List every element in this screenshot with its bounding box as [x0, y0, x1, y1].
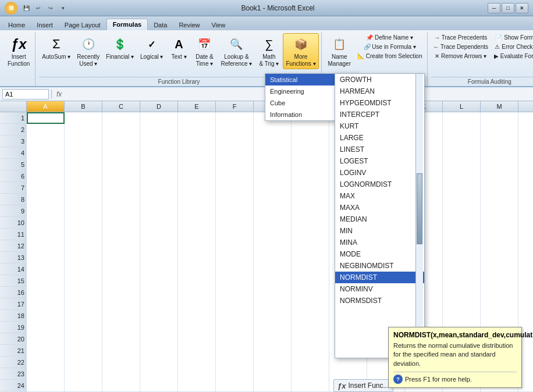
tab-review[interactable]: Review: [173, 20, 205, 30]
cell-M12[interactable]: [481, 240, 518, 252]
cell-D5[interactable]: [140, 159, 178, 170]
cell-H12[interactable]: [292, 240, 329, 252]
cell-C6[interactable]: [102, 170, 140, 182]
cell-A24[interactable]: [27, 380, 65, 391]
cell-A4[interactable]: [27, 147, 65, 159]
cell-G20[interactable]: [254, 333, 292, 345]
cell-D6[interactable]: [140, 170, 178, 182]
cell-H11[interactable]: [292, 229, 329, 240]
cell-G24[interactable]: [254, 380, 292, 391]
lookup-ref-button[interactable]: 🔍 Lookup &Reference ▾: [218, 33, 255, 69]
cell-A19[interactable]: [27, 322, 65, 333]
cell-G18[interactable]: [254, 310, 292, 322]
stat-item-mode[interactable]: MODE: [335, 248, 424, 260]
cell-C20[interactable]: [102, 333, 140, 345]
cell-N18[interactable]: [518, 310, 533, 322]
stat-item-negbinomdist[interactable]: NEGBINOMDIST: [335, 260, 424, 272]
cell-D13[interactable]: [140, 252, 178, 263]
cell-L5[interactable]: [443, 159, 481, 170]
col-header-f[interactable]: F: [216, 101, 254, 112]
evaluate-formula-button[interactable]: ▶ Evaluate Formula: [492, 52, 533, 60]
row-num-10[interactable]: 10: [0, 217, 27, 229]
cell-C23[interactable]: [102, 368, 140, 380]
cell-D12[interactable]: [140, 240, 178, 252]
row-num-8[interactable]: 8: [0, 194, 27, 205]
cell-E9[interactable]: [178, 205, 216, 217]
cell-L14[interactable]: [443, 263, 481, 275]
cell-F8[interactable]: [216, 194, 254, 205]
cell-G19[interactable]: [254, 322, 292, 333]
cell-D24[interactable]: [140, 380, 178, 391]
cell-G5[interactable]: [254, 159, 292, 170]
cell-F20[interactable]: [216, 333, 254, 345]
row-num-6[interactable]: 6: [0, 170, 27, 182]
cell-M1[interactable]: [481, 112, 518, 124]
cell-H14[interactable]: [292, 263, 329, 275]
save-button[interactable]: 💾: [21, 3, 31, 13]
cell-C12[interactable]: [102, 240, 140, 252]
cell-H15[interactable]: [292, 275, 329, 287]
stat-scroll-thumb[interactable]: [417, 173, 422, 244]
cell-B5[interactable]: [65, 159, 102, 170]
cell-F1[interactable]: [216, 112, 254, 124]
use-in-formula-button[interactable]: 🔗 Use in Formula ▾: [355, 42, 425, 51]
cell-D19[interactable]: [140, 322, 178, 333]
cell-B23[interactable]: [65, 368, 102, 380]
cell-M17[interactable]: [481, 298, 518, 310]
cell-F3[interactable]: [216, 136, 254, 147]
cell-B11[interactable]: [65, 229, 102, 240]
cell-E19[interactable]: [178, 322, 216, 333]
stat-item-maxa[interactable]: MAXA: [335, 202, 424, 213]
insert-function-button[interactable]: ƒx InsertFunction: [5, 33, 33, 69]
cell-D9[interactable]: [140, 205, 178, 217]
cell-F7[interactable]: [216, 182, 254, 194]
cell-A7[interactable]: [27, 182, 65, 194]
cell-D16[interactable]: [140, 287, 178, 298]
cell-D18[interactable]: [140, 310, 178, 322]
cell-M13[interactable]: [481, 252, 518, 263]
stat-item-kurt[interactable]: KURT: [335, 120, 424, 132]
cell-C21[interactable]: [102, 345, 140, 357]
more-qa-button[interactable]: ▾: [58, 3, 68, 13]
col-header-m[interactable]: M: [481, 101, 518, 112]
cell-G16[interactable]: [254, 287, 292, 298]
cell-H19[interactable]: [292, 322, 329, 333]
cell-E7[interactable]: [178, 182, 216, 194]
cell-L3[interactable]: [443, 136, 481, 147]
row-num-16[interactable]: 16: [0, 287, 27, 298]
name-manager-button[interactable]: 📋 NameManager: [325, 33, 354, 69]
cell-H2[interactable]: [292, 124, 329, 136]
cell-C17[interactable]: [102, 298, 140, 310]
cell-A11[interactable]: [27, 229, 65, 240]
cell-H17[interactable]: [292, 298, 329, 310]
cell-B7[interactable]: [65, 182, 102, 194]
cell-E11[interactable]: [178, 229, 216, 240]
cell-H21[interactable]: [292, 345, 329, 357]
cell-A10[interactable]: [27, 217, 65, 229]
cell-E20[interactable]: [178, 333, 216, 345]
cell-B21[interactable]: [65, 345, 102, 357]
cell-M2[interactable]: [481, 124, 518, 136]
minimize-button[interactable]: ─: [488, 3, 500, 13]
cell-B4[interactable]: [65, 147, 102, 159]
cell-H5[interactable]: [292, 159, 329, 170]
cell-M18[interactable]: [481, 310, 518, 322]
recently-used-button[interactable]: 🕐 RecentlyUsed ▾: [74, 33, 102, 69]
cell-D1[interactable]: [140, 112, 178, 124]
cell-H10[interactable]: [292, 217, 329, 229]
cell-G11[interactable]: [254, 229, 292, 240]
stat-scrollbar[interactable]: [415, 74, 423, 358]
more-functions-button[interactable]: 📦 MoreFunctions ▾: [283, 33, 318, 69]
cell-C15[interactable]: [102, 275, 140, 287]
row-num-15[interactable]: 15: [0, 275, 27, 287]
cell-E23[interactable]: [178, 368, 216, 380]
stat-item-linest[interactable]: LINEST: [335, 144, 424, 155]
cell-L17[interactable]: [443, 298, 481, 310]
cell-H7[interactable]: [292, 182, 329, 194]
cell-M10[interactable]: [481, 217, 518, 229]
cell-G9[interactable]: [254, 205, 292, 217]
cell-F15[interactable]: [216, 275, 254, 287]
cell-G13[interactable]: [254, 252, 292, 263]
close-button[interactable]: ✕: [516, 3, 528, 13]
cell-B24[interactable]: [65, 380, 102, 391]
